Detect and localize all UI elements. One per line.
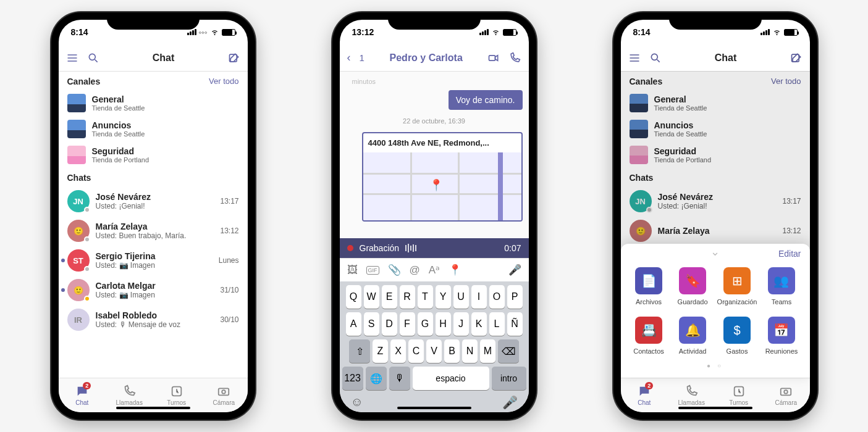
key-a[interactable]: A: [346, 312, 361, 336]
chat-name: María Zelaya: [96, 222, 214, 231]
key-q[interactable]: Q: [346, 285, 361, 309]
emoji-key[interactable]: ☺: [351, 395, 363, 410]
globe-key[interactable]: 🌐: [366, 367, 387, 390]
app-drawer[interactable]: ⌄ Editar 📄Archivos🔖Guardado⊞Organización…: [621, 244, 810, 378]
key-l[interactable]: L: [489, 312, 505, 336]
channel-row[interactable]: GeneralTienda de Seattle: [59, 90, 248, 116]
key-h[interactable]: H: [436, 312, 451, 336]
compose-icon[interactable]: [790, 52, 803, 64]
menu-icon[interactable]: [66, 52, 78, 64]
channel-row[interactable]: SeguridadTienda de Portland: [59, 142, 248, 168]
see-all-link: Ver todo: [771, 77, 801, 86]
tab-label: Chat: [75, 399, 88, 406]
home-indicator[interactable]: [397, 407, 471, 409]
menu-icon[interactable]: [628, 52, 641, 64]
call-icon[interactable]: [508, 52, 521, 64]
key-w[interactable]: W: [364, 285, 379, 309]
key-z[interactable]: Z: [373, 339, 388, 363]
video-call-icon[interactable]: [487, 52, 500, 64]
app-archivos[interactable]: 📄Archivos: [630, 267, 668, 305]
dictate-key[interactable]: 🎙: [389, 367, 410, 390]
home-indicator[interactable]: [678, 407, 752, 409]
tab-label: Llamadas: [678, 399, 705, 406]
format-icon[interactable]: Aᵃ: [429, 264, 440, 276]
app-actividad[interactable]: 🔔Actividad: [673, 317, 712, 355]
outgoing-message[interactable]: Voy de camino.: [449, 90, 523, 110]
key-d[interactable]: D: [382, 312, 397, 336]
signal-icon: [761, 29, 770, 35]
app-gastos[interactable]: $Gastos: [717, 317, 757, 355]
search-icon[interactable]: [87, 52, 99, 64]
notch: [388, 12, 481, 30]
chat-preview: Usted: ¡Genial!: [96, 202, 214, 210]
search-icon[interactable]: [649, 52, 662, 64]
tab-camera[interactable]: Cámara: [762, 378, 810, 412]
svg-rect-5: [489, 55, 495, 60]
space-key[interactable]: espacio: [413, 367, 489, 390]
key-m[interactable]: M: [480, 339, 495, 363]
gif-icon[interactable]: GIF: [366, 266, 379, 275]
home-indicator[interactable]: [116, 407, 190, 409]
key-u[interactable]: U: [453, 285, 469, 309]
recording-bar[interactable]: Grabación 0:07: [340, 238, 529, 258]
image-icon[interactable]: 🖼: [347, 264, 358, 276]
mention-icon[interactable]: @: [410, 264, 420, 276]
key-e[interactable]: E: [382, 285, 397, 309]
key-o[interactable]: O: [489, 285, 505, 309]
compose-icon[interactable]: [228, 52, 240, 64]
svg-rect-3: [219, 388, 229, 395]
chat-row[interactable]: IRIsabel RobledoUsted: 🎙 Mensaje de voz3…: [59, 305, 248, 334]
keyboard-mic-key[interactable]: 🎤: [502, 395, 518, 410]
location-card[interactable]: 4400 148th Ave NE, Redmond,... 📍: [362, 132, 523, 222]
battery-icon: [222, 29, 235, 36]
back-button[interactable]: ‹1: [347, 51, 364, 64]
app-organización[interactable]: ⊞Organización: [717, 267, 757, 305]
key-x[interactable]: X: [390, 339, 406, 363]
chat-title[interactable]: Pedro y Carlota: [390, 52, 463, 64]
key-n[interactable]: N: [462, 339, 478, 363]
key-i[interactable]: I: [471, 285, 487, 309]
app-guardado[interactable]: 🔖Guardado: [673, 267, 712, 305]
chat-row[interactable]: STSergio TijerinaUsted: 📷 ImagenLunes: [59, 246, 248, 275]
channel-row[interactable]: AnunciosTienda de Seattle: [59, 116, 248, 142]
mic-icon[interactable]: 🎤: [508, 264, 521, 276]
chat-body[interactable]: minutos Voy de camino. 22 de octubre, 16…: [340, 72, 529, 238]
tab-camera[interactable]: Cámara: [200, 378, 248, 412]
location-icon[interactable]: 📍: [449, 264, 461, 276]
key-j[interactable]: J: [453, 312, 469, 336]
unread-indicator: [61, 288, 65, 292]
key-r[interactable]: R: [400, 285, 415, 309]
key-b[interactable]: B: [444, 339, 460, 363]
key-f[interactable]: F: [400, 312, 415, 336]
see-all-link[interactable]: Ver todo: [209, 77, 238, 86]
enter-key[interactable]: intro: [492, 367, 526, 390]
badge: 2: [83, 382, 91, 389]
avatar: IR: [67, 309, 90, 331]
key-p[interactable]: P: [507, 285, 523, 309]
key-s[interactable]: S: [364, 312, 379, 336]
key-k[interactable]: K: [471, 312, 487, 336]
key-c[interactable]: C: [408, 339, 424, 363]
app-contactos[interactable]: 📇Contactos: [630, 317, 668, 355]
key-v[interactable]: V: [426, 339, 442, 363]
tab-label: Cámara: [213, 399, 235, 406]
tab-chat[interactable]: 2Chat: [59, 378, 106, 412]
app-teams[interactable]: 👥Teams: [762, 267, 801, 305]
chat-time: 30/10: [220, 315, 238, 324]
chat-row[interactable]: JNJosé NevárezUsted: ¡Genial!13:17: [59, 186, 248, 216]
chat-name: Carlota Melgar: [96, 281, 214, 291]
chat-row[interactable]: 🙂Carlota MelgarUsted: 📷 Imagen31/10: [59, 275, 248, 305]
backspace-key[interactable]: ⌫: [498, 339, 519, 363]
chat-row[interactable]: 🙂María ZelayaUsted: Buen trabajo, María.…: [59, 216, 248, 246]
key-t[interactable]: T: [418, 285, 433, 309]
wifi-icon: [491, 28, 500, 36]
key-y[interactable]: Y: [436, 285, 451, 309]
key-ñ[interactable]: Ñ: [507, 312, 523, 336]
attach-icon[interactable]: 📎: [388, 264, 401, 276]
shift-key[interactable]: ⇧: [349, 339, 370, 363]
numbers-key[interactable]: 123: [342, 367, 363, 390]
tab-chat[interactable]: 2Chat: [621, 378, 668, 412]
key-g[interactable]: G: [418, 312, 433, 336]
app-reuniones[interactable]: 📅Reuniones: [762, 317, 801, 355]
signal-icon: [187, 29, 196, 35]
